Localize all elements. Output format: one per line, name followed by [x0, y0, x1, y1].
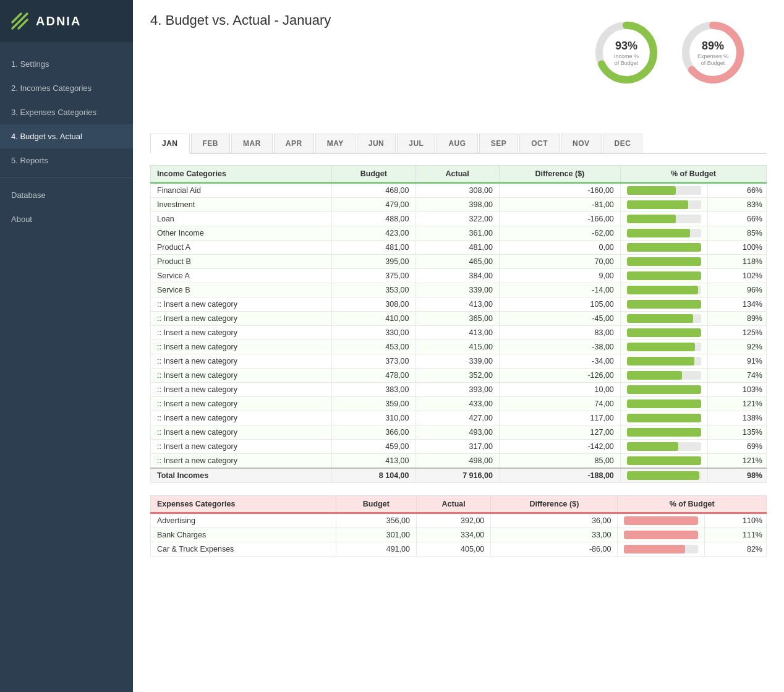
- sidebar-item-settings[interactable]: 1. Settings: [0, 52, 133, 76]
- table-row: :: Insert a new category 413,00 498,00 8…: [151, 454, 767, 469]
- row-diff: -126,00: [499, 369, 620, 383]
- row-category: :: Insert a new category: [151, 354, 332, 369]
- row-category: :: Insert a new category: [151, 369, 332, 383]
- income-table-header: Income Categories Budget Actual Differen…: [151, 166, 767, 183]
- row-actual: 384,00: [415, 269, 499, 283]
- row-diff: -45,00: [499, 312, 620, 326]
- row-diff: -14,00: [499, 283, 620, 297]
- month-tab-dec[interactable]: DEC: [603, 134, 643, 153]
- sidebar-item-budget[interactable]: 4. Budget vs. Actual: [0, 124, 133, 148]
- month-tab-feb[interactable]: FEB: [191, 134, 231, 153]
- table-row: Advertising 356,00 392,00 36,00 110%: [151, 513, 767, 528]
- row-diff: 36,00: [491, 513, 618, 528]
- table-row: Product B 395,00 465,00 70,00 118%: [151, 255, 767, 269]
- total-bar: [620, 468, 707, 483]
- row-pct: 100%: [707, 241, 766, 255]
- row-budget: 353,00: [332, 283, 415, 297]
- expense-cat-header: Expenses Categories: [151, 496, 336, 513]
- row-budget: 301,00: [336, 528, 416, 542]
- app-name: ADNIA: [36, 14, 81, 28]
- row-actual: 392,00: [416, 513, 490, 528]
- month-tab-oct[interactable]: OCT: [519, 134, 560, 153]
- row-actual: 334,00: [416, 528, 490, 542]
- table-row: :: Insert a new category 330,00 413,00 8…: [151, 326, 767, 340]
- row-category: Product A: [151, 241, 332, 255]
- row-bar: [618, 528, 705, 542]
- income-table-body: Financial Aid 468,00 308,00 -160,00 66% …: [151, 183, 767, 483]
- row-bar: [620, 354, 707, 369]
- row-pct: 66%: [707, 183, 766, 198]
- expense-pct-header: % of Budget: [618, 496, 767, 513]
- row-bar: [620, 454, 707, 469]
- sidebar-item-incomes-cat[interactable]: 2. Incomes Categories: [0, 76, 133, 100]
- table-row: :: Insert a new category 459,00 317,00 -…: [151, 440, 767, 454]
- month-tab-jan[interactable]: JAN: [150, 134, 190, 154]
- month-tab-aug[interactable]: AUG: [437, 134, 477, 153]
- row-diff: 85,00: [499, 454, 620, 469]
- month-tab-jun[interactable]: JUN: [357, 134, 396, 153]
- table-row: Car & Truck Expenses 491,00 405,00 -86,0…: [151, 542, 767, 557]
- table-row: Bank Charges 301,00 334,00 33,00 111%: [151, 528, 767, 542]
- row-bar: [620, 425, 707, 440]
- income-gauge: 93% Income % of Budget: [592, 19, 660, 87]
- sidebar-item-about[interactable]: About: [0, 207, 133, 231]
- row-budget: 488,00: [332, 212, 415, 226]
- row-bar: [618, 542, 705, 557]
- table-row: :: Insert a new category 453,00 415,00 -…: [151, 340, 767, 354]
- row-budget: 410,00: [332, 312, 415, 326]
- row-diff: 74,00: [499, 397, 620, 411]
- row-pct: 110%: [705, 513, 767, 528]
- main-content: 4. Budget vs. Actual - January 93% Incom…: [133, 0, 784, 692]
- row-diff: -34,00: [499, 354, 620, 369]
- table-row: :: Insert a new category 478,00 352,00 -…: [151, 369, 767, 383]
- month-tab-nov[interactable]: NOV: [561, 134, 602, 153]
- row-actual: 493,00: [415, 425, 499, 440]
- row-pct: 74%: [707, 369, 766, 383]
- sidebar-divider: [0, 177, 133, 178]
- sidebar-item-reports[interactable]: 5. Reports: [0, 148, 133, 173]
- month-tab-mar[interactable]: MAR: [231, 134, 273, 153]
- row-actual: 415,00: [415, 340, 499, 354]
- table-row: :: Insert a new category 383,00 393,00 1…: [151, 383, 767, 397]
- total-diff: -188,00: [499, 468, 620, 483]
- row-pct: 89%: [707, 312, 766, 326]
- income-diff-header: Difference ($): [499, 166, 620, 183]
- month-tab-apr[interactable]: APR: [274, 134, 314, 153]
- sidebar-item-expenses-cat[interactable]: 3. Expenses Categories: [0, 100, 133, 124]
- row-pct: 92%: [707, 340, 766, 354]
- row-category: Product B: [151, 255, 332, 269]
- row-budget: 310,00: [332, 411, 415, 425]
- svg-text:Income %: Income %: [614, 53, 639, 59]
- income-donut-svg: 93% Income % of Budget: [592, 19, 660, 87]
- row-diff: -86,00: [491, 542, 618, 557]
- expenses-donut-svg: 89% Expenses % of Budget: [679, 19, 747, 87]
- row-bar: [620, 397, 707, 411]
- table-row: :: Insert a new category 366,00 493,00 1…: [151, 425, 767, 440]
- row-diff: 0,00: [499, 241, 620, 255]
- row-bar: [620, 411, 707, 425]
- row-bar: [620, 326, 707, 340]
- row-budget: 308,00: [332, 297, 415, 312]
- month-tab-may[interactable]: MAY: [315, 134, 356, 153]
- row-category: :: Insert a new category: [151, 326, 332, 340]
- row-diff: 117,00: [499, 411, 620, 425]
- row-actual: 352,00: [415, 369, 499, 383]
- row-actual: 317,00: [415, 440, 499, 454]
- table-row: :: Insert a new category 359,00 433,00 7…: [151, 397, 767, 411]
- row-budget: 478,00: [332, 369, 415, 383]
- row-diff: 10,00: [499, 383, 620, 397]
- month-tab-jul[interactable]: JUL: [397, 134, 435, 153]
- row-actual: 413,00: [415, 326, 499, 340]
- row-budget: 453,00: [332, 340, 415, 354]
- table-row: :: Insert a new category 308,00 413,00 1…: [151, 297, 767, 312]
- row-pct: 135%: [707, 425, 766, 440]
- row-pct: 66%: [707, 212, 766, 226]
- row-actual: 322,00: [415, 212, 499, 226]
- row-diff: -160,00: [499, 183, 620, 198]
- sidebar-item-database[interactable]: Database: [0, 183, 133, 207]
- total-budget: 8 104,00: [332, 468, 415, 483]
- row-category: :: Insert a new category: [151, 397, 332, 411]
- row-pct: 138%: [707, 411, 766, 425]
- month-tab-sep[interactable]: SEP: [479, 134, 519, 153]
- total-label: Total Incomes: [151, 468, 332, 483]
